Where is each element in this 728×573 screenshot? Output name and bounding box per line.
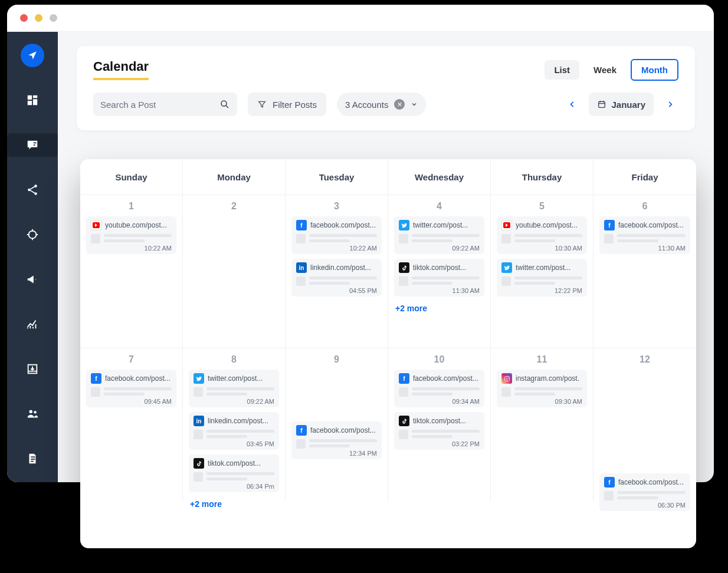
ig-icon (501, 373, 512, 384)
nav-team[interactable] (21, 402, 44, 426)
calendar-icon (597, 100, 606, 109)
li-icon: in (194, 416, 204, 426)
calendar-cell[interactable]: 8twitter.com/post...09:22 AMinlinkedin.c… (183, 348, 286, 501)
post-url: facebook.com/post... (310, 426, 377, 434)
day-number: 5 (497, 201, 587, 212)
svg-point-16 (508, 377, 509, 377)
post-card[interactable]: ffacebook.com/post...12:34 PM (291, 421, 382, 459)
day-number: 2 (189, 201, 279, 212)
post-time: 11:30 AM (604, 245, 686, 252)
post-time: 12:22 PM (501, 287, 582, 294)
day-header: Wednesday (388, 159, 491, 195)
calendar-cell[interactable]: 3ffacebook.com/post...10:22 AMinlinkedin… (286, 195, 388, 348)
calendar-day-headers: SundayMondayTuesdayWednesdayThursdayFrid… (80, 159, 696, 195)
post-card[interactable]: youtube.com/post...10:30 AM (497, 216, 587, 254)
post-card[interactable]: ffacebook.com/post...06:30 PM (599, 473, 690, 511)
calendar-cell[interactable]: 5youtube.com/post...10:30 AMtwitter.com/… (491, 195, 593, 348)
post-card[interactable]: inlinkedin.com/post...04:55 PM (291, 259, 382, 297)
svg-point-12 (221, 101, 227, 106)
day-header: Friday (593, 159, 696, 195)
chevron-down-icon (411, 101, 418, 108)
post-card[interactable]: twitter.com/post...12:22 PM (497, 259, 587, 297)
fb-icon: f (604, 220, 615, 230)
tw-icon (501, 262, 512, 273)
view-month-button[interactable]: Month (631, 59, 678, 81)
post-card[interactable]: ffacebook.com/post...09:45 AM (86, 370, 176, 407)
nav-target[interactable] (21, 223, 44, 246)
nav-dashboard[interactable] (21, 88, 44, 112)
current-month-label: January (611, 100, 645, 110)
post-card[interactable]: tiktok.com/post...11:30 AM (394, 259, 484, 297)
nav-campaigns[interactable] (21, 268, 44, 291)
view-week-button[interactable]: Week (584, 60, 626, 80)
nav-calendar[interactable] (7, 133, 58, 157)
view-list-button[interactable]: List (545, 60, 579, 80)
post-time: 09:45 AM (91, 398, 172, 405)
window-minimize-dot[interactable] (35, 14, 42, 22)
post-time: 06:34 Pm (194, 483, 274, 490)
calendar-cell[interactable]: 11instagram.com/post.09:30 AM (491, 348, 593, 501)
post-card[interactable]: ffacebook.com/post...10:22 AM (291, 216, 382, 254)
post-card[interactable]: tiktok.com/post...06:34 Pm (189, 455, 279, 492)
post-card[interactable]: ffacebook.com/post...09:34 AM (394, 370, 484, 407)
month-select[interactable]: January (589, 93, 654, 116)
day-header: Thursday (491, 159, 593, 195)
post-url: youtube.com/post... (105, 221, 172, 229)
prev-month-button[interactable] (564, 96, 581, 113)
more-posts-link[interactable]: +2 more (189, 497, 279, 511)
filter-button[interactable]: Filter Posts (248, 93, 326, 116)
nav-analytics[interactable] (21, 312, 44, 336)
post-thumbnail-placeholder (399, 234, 408, 243)
calendar-cell[interactable]: 12ffacebook.com/post...06:30 PM (593, 348, 696, 501)
nav-network[interactable] (21, 178, 44, 202)
post-card[interactable]: twitter.com/post...09:22 AM (189, 370, 279, 407)
window-zoom-dot[interactable] (50, 14, 57, 22)
window-close-dot[interactable] (20, 14, 28, 22)
post-time: 10:22 AM (91, 245, 172, 252)
post-card[interactable]: tiktok.com/post...03:22 PM (394, 412, 484, 450)
post-card[interactable]: twitter.com/post...09:22 AM (394, 216, 484, 254)
post-card[interactable]: youtube.com/post...10:22 AM (86, 216, 176, 254)
post-card[interactable]: ffacebook.com/post...11:30 AM (599, 216, 690, 254)
day-number: 1 (86, 201, 176, 212)
post-url: facebook.com/post... (310, 221, 377, 229)
accounts-chip[interactable]: 3 Accounts ✕ (337, 93, 426, 116)
search-input[interactable]: Search a Post (93, 93, 237, 116)
document-icon (26, 452, 39, 465)
calendar-cell[interactable]: 6ffacebook.com/post...11:30 AM (593, 195, 696, 348)
nav-reports[interactable] (21, 447, 44, 470)
post-thumbnail-placeholder (604, 234, 614, 243)
next-month-button[interactable] (662, 96, 678, 113)
calendar-cell[interactable]: 4twitter.com/post...09:22 AMtiktok.com/p… (388, 195, 491, 348)
search-icon (219, 99, 230, 110)
nav-inbox[interactable] (21, 357, 44, 381)
post-url: facebook.com/post... (618, 221, 686, 229)
download-tray-icon (26, 363, 39, 376)
day-number: 11 (497, 354, 587, 365)
svg-rect-9 (31, 456, 35, 457)
svg-point-8 (34, 411, 37, 414)
calendar-cell[interactable]: 1youtube.com/post...10:22 AM (80, 195, 183, 348)
post-time: 09:22 AM (399, 245, 480, 252)
svg-rect-0 (34, 142, 37, 143)
day-number: 9 (291, 354, 382, 365)
post-url: facebook.com/post... (105, 374, 172, 383)
post-card[interactable]: instagram.com/post.09:30 AM (497, 370, 587, 407)
app-logo[interactable] (21, 44, 44, 67)
search-placeholder: Search a Post (100, 100, 156, 110)
fb-icon: f (399, 373, 409, 384)
more-posts-link[interactable]: +2 more (394, 301, 484, 315)
svg-rect-10 (31, 459, 35, 460)
calendar-cell[interactable]: 7ffacebook.com/post...09:45 AM (80, 348, 183, 501)
post-card[interactable]: inlinkedin.com/post...03:45 PM (189, 412, 279, 450)
clear-accounts-icon[interactable]: ✕ (394, 99, 405, 110)
fb-icon: f (296, 425, 307, 436)
post-url: twitter.com/post... (208, 374, 274, 383)
svg-point-15 (506, 377, 508, 380)
calendar-cell[interactable]: 2 (183, 195, 286, 348)
day-number: 3 (291, 201, 382, 212)
svg-point-7 (29, 410, 33, 414)
post-thumbnail-placeholder (296, 276, 306, 286)
calendar-cell[interactable]: 9ffacebook.com/post...12:34 PM (286, 348, 388, 501)
calendar-cell[interactable]: 10ffacebook.com/post...09:34 AMtiktok.co… (388, 348, 491, 501)
